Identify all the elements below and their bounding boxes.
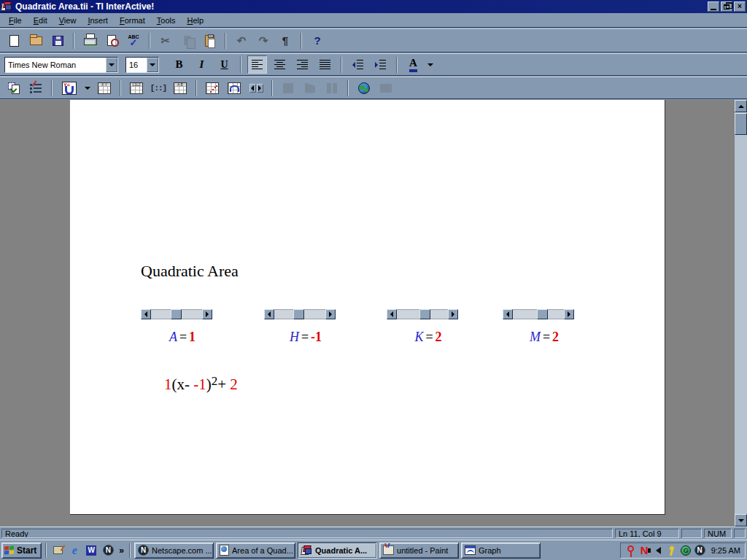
slider-k[interactable] xyxy=(387,309,458,319)
show-paragraph-button[interactable]: ¶ xyxy=(276,32,295,50)
insert-table-button[interactable]: X Y xyxy=(95,79,114,97)
restore-button[interactable] xyxy=(721,1,732,12)
close-button[interactable]: × xyxy=(734,1,746,12)
slider-m-right-arrow[interactable] xyxy=(564,309,574,319)
font-color-dropdown-button[interactable] xyxy=(426,56,435,74)
slider-a-left-arrow[interactable] xyxy=(141,309,151,319)
vertical-scrollbar[interactable] xyxy=(735,100,747,526)
menu-tools[interactable]: Tools xyxy=(151,15,182,26)
task-netscape[interactable]: N Netscape.com ... xyxy=(134,542,214,559)
slider-h[interactable] xyxy=(264,309,336,319)
netscape-tray-button[interactable]: N xyxy=(694,545,705,556)
decrease-indent-button[interactable] xyxy=(348,55,368,74)
save-floppy-icon xyxy=(53,36,63,46)
netscape-button[interactable]: N xyxy=(101,543,115,558)
increase-indent-button[interactable] xyxy=(371,55,390,74)
internet-explorer-button[interactable]: e xyxy=(67,543,82,558)
slider-k-left-arrow[interactable] xyxy=(387,309,397,319)
globe-tray-button[interactable]: G xyxy=(681,545,692,556)
task-paint[interactable]: untitled - Paint xyxy=(379,542,459,559)
scroll-down-button[interactable] xyxy=(735,514,747,526)
task-quadratic-area[interactable]: Quadratic A... xyxy=(298,542,377,559)
menu-help[interactable]: Help xyxy=(181,15,209,26)
print-preview-button[interactable] xyxy=(102,32,121,50)
menu-format[interactable]: Format xyxy=(114,15,151,26)
insert-stat-plot-button[interactable] xyxy=(203,79,222,97)
list-edit-icon xyxy=(30,82,42,94)
underline-button[interactable]: U xyxy=(214,55,234,74)
insert-matrix-button[interactable]: [::] xyxy=(149,79,168,97)
italic-button[interactable]: I xyxy=(192,55,212,74)
help-button[interactable]: ? xyxy=(308,32,327,50)
scheduler-tray-button[interactable] xyxy=(625,545,636,556)
graph-dropdown-button[interactable] xyxy=(83,79,92,97)
font-name-dropdown-button[interactable] xyxy=(106,58,117,72)
justify-button[interactable] xyxy=(315,55,335,74)
slider-m[interactable] xyxy=(503,309,574,319)
menu-file[interactable]: File xyxy=(3,15,28,26)
task-area-of-a-quad[interactable]: Area of a Quad... xyxy=(216,542,295,559)
slider-h-left-arrow[interactable] xyxy=(264,309,274,319)
volume-tray-button[interactable] xyxy=(653,545,664,556)
minimize-button[interactable] xyxy=(708,1,719,12)
status-bar: Ready Ln 11, Col 9 NUM xyxy=(0,526,747,540)
insert-data-table-button[interactable]: A B xyxy=(171,79,190,97)
align-right-button[interactable] xyxy=(293,55,312,74)
slider-a-right-arrow[interactable] xyxy=(202,309,212,319)
font-color-button[interactable]: A xyxy=(403,55,423,74)
slider-h-right-arrow[interactable] xyxy=(325,309,336,319)
font-size-dropdown-button[interactable] xyxy=(147,58,158,72)
open-button[interactable] xyxy=(26,32,45,50)
slider-h-thumb[interactable] xyxy=(293,309,304,319)
slider-k-right-arrow[interactable] xyxy=(448,309,458,319)
web-browser-button[interactable] xyxy=(355,79,374,97)
stat-plot-icon xyxy=(206,82,219,94)
task-graph[interactable]: Graph xyxy=(461,542,541,559)
start-button[interactable]: Start xyxy=(1,542,42,559)
standard-toolbar: ABC✓ ✂ ↶ ↷ ¶ ? xyxy=(0,28,747,52)
outdent-lines-icon xyxy=(357,60,363,69)
open-folder-icon xyxy=(30,36,42,45)
slider-a[interactable] xyxy=(141,309,212,319)
spell-check-button[interactable]: ABC✓ xyxy=(124,32,143,50)
arrow-up-icon xyxy=(738,105,744,108)
slider-m-thumb[interactable] xyxy=(537,309,548,319)
new-button[interactable] xyxy=(4,32,23,50)
copy-icon xyxy=(184,36,191,45)
menu-insert[interactable]: Insert xyxy=(82,15,114,26)
insert-distribution-button[interactable] xyxy=(225,79,244,97)
slider-k-thumb[interactable] xyxy=(419,309,430,319)
menu-edit[interactable]: Edit xyxy=(28,15,53,26)
document-page[interactable]: Quadratic Area A=1 H=-1 K=2 xyxy=(70,100,665,515)
save-button[interactable] xyxy=(48,32,67,50)
quick-launch-overflow[interactable]: » xyxy=(117,545,125,556)
aim-tray-button[interactable] xyxy=(667,545,678,556)
insert-text-list-button[interactable] xyxy=(26,79,45,97)
document-title: Quadratic Area xyxy=(141,262,239,281)
insert-math-box-button[interactable] xyxy=(4,79,23,97)
slider-a-thumb[interactable] xyxy=(171,309,182,319)
show-desktop-button[interactable] xyxy=(50,543,65,558)
menu-bar: File Edit View Insert Format Tools Help xyxy=(0,13,747,28)
chevron-down-icon xyxy=(109,63,115,66)
scroll-up-button[interactable] xyxy=(735,100,747,112)
align-center-button[interactable] xyxy=(270,55,290,74)
align-left-button[interactable] xyxy=(247,55,267,74)
slider-m-left-arrow[interactable] xyxy=(503,309,513,319)
chevron-down-icon xyxy=(427,63,433,66)
arrow-right-icon xyxy=(329,311,332,317)
bold-button[interactable]: B xyxy=(169,55,189,74)
insert-graph-button[interactable]: Y= xyxy=(58,79,80,97)
insert-slider-button[interactable] xyxy=(247,79,266,97)
scrollbar-thumb[interactable] xyxy=(735,113,747,135)
font-size-combobox[interactable]: 16 xyxy=(125,57,159,73)
insert-list-button[interactable]: L1L2 xyxy=(127,79,146,97)
variable-name: K xyxy=(414,330,423,344)
menu-view[interactable]: View xyxy=(53,15,82,26)
word-button[interactable]: W xyxy=(84,543,98,558)
paste-button[interactable] xyxy=(200,32,219,50)
variable-value: 1 xyxy=(189,330,196,344)
print-button[interactable] xyxy=(80,32,99,50)
status-message: Ready xyxy=(1,529,613,538)
font-name-combobox[interactable]: Times New Roman xyxy=(4,57,118,73)
